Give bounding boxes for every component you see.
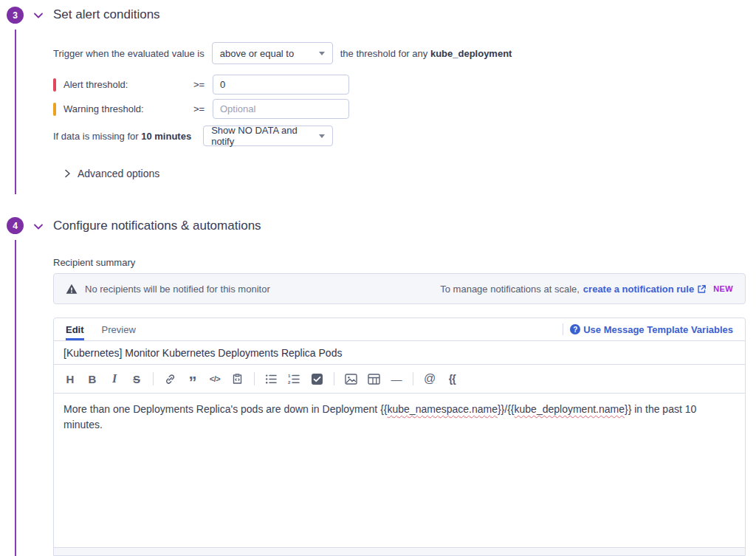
recipient-summary-label: Recipient summary	[53, 257, 135, 268]
inline-code-icon[interactable]: </>	[209, 371, 221, 386]
template-variable-text: kube_deployment.name	[515, 403, 625, 415]
table-icon[interactable]	[368, 371, 380, 386]
editor-tabs-row: Edit Preview ? Use Message Template Vari…	[54, 318, 745, 341]
no-recipients-banner: No recipients will be notified for this …	[53, 273, 746, 304]
no-data-action-value: Show NO DATA and notify	[211, 125, 312, 147]
tab-preview[interactable]: Preview	[102, 318, 136, 340]
svg-text:1: 1	[288, 374, 291, 378]
warning-severity-bar	[53, 103, 56, 116]
tabs-divider	[563, 323, 563, 335]
external-link-icon	[697, 284, 707, 294]
missing-data-row: If data is missing for 10 minutes Show N…	[53, 126, 333, 146]
missing-data-duration: 10 minutes	[141, 131, 191, 142]
no-data-action-dropdown[interactable]: Show NO DATA and notify	[203, 126, 333, 146]
step-3-rail	[15, 30, 16, 194]
markdown-toolbar: H B I S ” </> 12	[54, 365, 745, 394]
blockquote-icon[interactable]: ”	[187, 371, 199, 386]
horizontal-rule-icon[interactable]: —	[391, 371, 402, 386]
warning-threshold-input[interactable]	[213, 99, 349, 119]
mention-icon[interactable]: @	[424, 371, 436, 386]
caret-down-icon	[319, 134, 325, 138]
alert-threshold-operator: >=	[193, 79, 213, 90]
trigger-suffix-text: the threshold for any kube_deployment	[340, 48, 512, 59]
toolbar-divider	[254, 372, 255, 385]
notification-message-editor: Edit Preview ? Use Message Template Vari…	[53, 318, 746, 556]
alert-threshold-row: Alert threshold: >=	[53, 75, 349, 95]
group-by-value: kube_deployment	[430, 48, 512, 59]
alert-threshold-label: Alert threshold:	[63, 79, 193, 90]
warning-threshold-label: Warning threshold:	[63, 103, 193, 114]
banner-message-text: No recipients will be notified for this …	[85, 284, 270, 295]
new-feature-badge: NEW	[713, 284, 733, 293]
step-4-rail	[15, 240, 16, 556]
help-question-icon: ?	[570, 324, 580, 334]
toolbar-divider	[334, 372, 334, 385]
template-variable-icon[interactable]: {{	[446, 371, 458, 386]
section-3-collapse-chevron-down-icon[interactable]	[32, 10, 44, 24]
warning-threshold-operator: >=	[193, 103, 213, 114]
tab-edit[interactable]: Edit	[66, 318, 84, 340]
message-template-variables-link[interactable]: ? Use Message Template Variables	[570, 324, 733, 335]
template-variable-text: kube_namespace.name	[388, 403, 498, 415]
strikethrough-icon[interactable]: S	[131, 371, 142, 386]
toolbar-divider	[413, 372, 413, 385]
numbered-list-icon[interactable]: 12	[288, 371, 300, 386]
chevron-right-icon	[64, 169, 71, 178]
step-4-badge: 4	[7, 217, 24, 234]
heading-icon[interactable]: H	[64, 371, 76, 386]
code-block-icon[interactable]	[231, 371, 244, 386]
message-text: More than one Deployments Replica's pods…	[63, 403, 380, 415]
advanced-options-label: Advanced options	[78, 168, 159, 179]
section-3-title: Set alert conditions	[53, 7, 160, 22]
warning-triangle-icon	[66, 284, 78, 295]
step-3-badge: 3	[7, 7, 24, 24]
trigger-prefix-text: Trigger when the evaluated value is	[53, 48, 205, 59]
bullet-list-icon[interactable]	[265, 371, 278, 386]
create-notification-rule-label: create a notification rule	[583, 284, 694, 295]
monitor-create-page: 3 Set alert conditions Trigger when the …	[0, 0, 756, 556]
alert-severity-bar	[53, 78, 56, 92]
italic-icon[interactable]: I	[109, 371, 120, 386]
message-text: {{	[380, 403, 387, 415]
message-template-variables-label: Use Message Template Variables	[583, 324, 733, 335]
threshold-for-any-text: the threshold for any	[340, 48, 428, 59]
create-notification-rule-link[interactable]: create a notification rule	[583, 284, 707, 295]
editor-footer-strip	[54, 547, 745, 555]
monitor-title-input[interactable]	[63, 347, 735, 359]
comparator-dropdown[interactable]: above or equal to	[212, 42, 333, 64]
monitor-title-row	[54, 341, 745, 365]
caret-down-icon	[319, 52, 325, 55]
alert-threshold-input[interactable]	[213, 75, 349, 95]
trigger-condition-row: Trigger when the evaluated value is abov…	[53, 42, 512, 64]
task-list-icon[interactable]	[311, 371, 323, 386]
link-icon[interactable]	[164, 371, 176, 386]
image-icon[interactable]	[345, 371, 357, 386]
missing-data-prefix: If data is missing for	[53, 131, 139, 142]
svg-text:2: 2	[288, 380, 291, 385]
comparator-value: above or equal to	[220, 48, 294, 59]
advanced-options-toggle[interactable]: Advanced options	[64, 168, 159, 179]
message-text: }}/{{	[498, 403, 515, 415]
warning-threshold-row: Warning threshold: >=	[53, 99, 349, 119]
section-4-collapse-chevron-down-icon[interactable]	[32, 221, 44, 236]
toolbar-divider	[153, 372, 154, 385]
section-4-title: Configure notifications & automations	[53, 219, 261, 233]
banner-manage-prefix-text: To manage notifications at scale,	[440, 284, 580, 295]
message-body-textarea[interactable]: More than one Deployments Replica's pods…	[54, 394, 745, 547]
bold-icon[interactable]: B	[86, 371, 98, 386]
missing-data-text: If data is missing for 10 minutes	[53, 131, 191, 142]
